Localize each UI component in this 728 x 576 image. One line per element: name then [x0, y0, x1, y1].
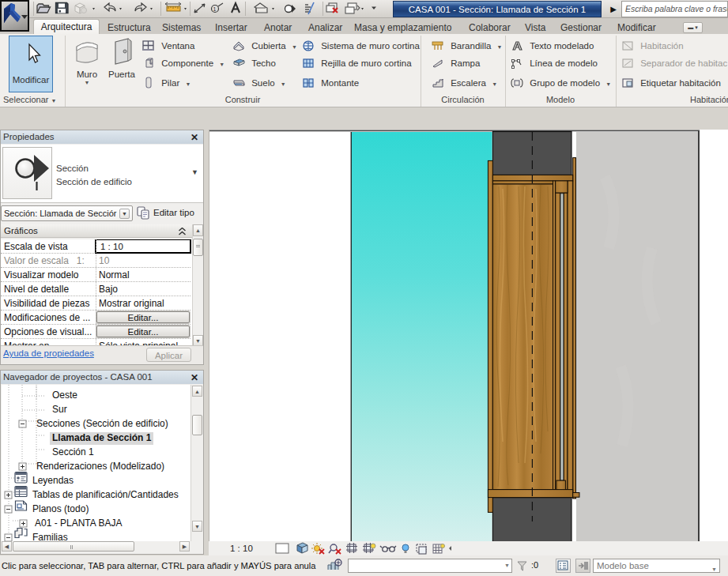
svg-text:1: 1	[213, 6, 217, 12]
